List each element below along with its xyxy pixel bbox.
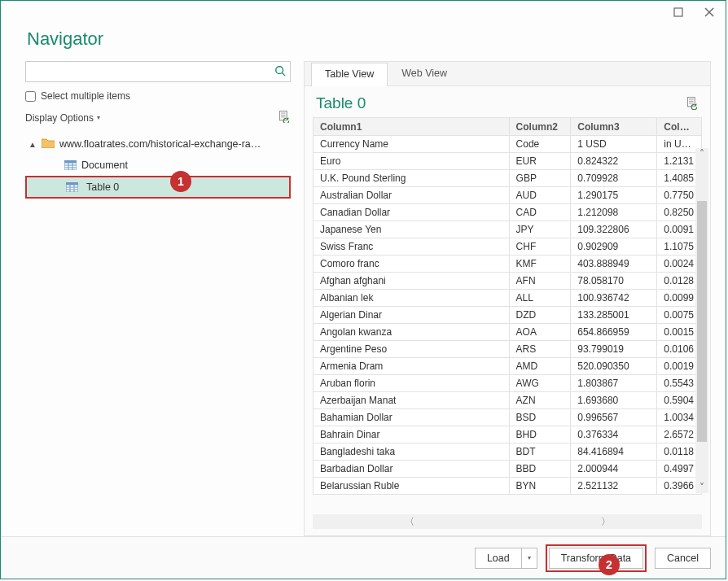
scroll-right-icon[interactable]: 〉 — [509, 516, 702, 527]
tree-item-table0[interactable]: Table 0 — [25, 176, 291, 199]
table-row[interactable]: Canadian DollarCAD1.2120980.8250 — [314, 204, 702, 221]
table-row[interactable]: Australian DollarAUD1.2901750.7750 — [314, 187, 702, 204]
transform-data-button[interactable]: Transform Data — [549, 548, 643, 569]
table-row[interactable]: Bahamian DollarBSD0.9965671.0034 — [314, 409, 702, 426]
table-cell: 1.212098 — [571, 204, 657, 221]
table-cell: 93.799019 — [571, 341, 657, 358]
table-row[interactable]: Angolan kwanzaAOA654.8669590.0015 — [314, 324, 702, 341]
column-header[interactable]: Column2 — [509, 118, 571, 136]
table-cell: Bahamian Dollar — [314, 409, 510, 426]
maximize-button[interactable] — [669, 4, 688, 20]
table-row[interactable]: EuroEUR0.8243221.2131 — [314, 153, 702, 170]
table-row[interactable]: Comoro francKMF403.8889490.0024 — [314, 256, 702, 273]
table-cell: Azerbaijan Manat — [314, 392, 510, 409]
tab-web-view[interactable]: Web View — [388, 62, 461, 85]
cancel-button[interactable]: Cancel — [655, 548, 711, 569]
table-row[interactable]: Barbadian DollarBBD2.0009440.4997 — [314, 461, 702, 478]
scroll-down-icon[interactable]: ˅ — [695, 482, 708, 493]
scroll-thumb[interactable] — [697, 201, 707, 443]
tree-source-node[interactable]: ▲ www.floatrates.com/historical-exchange… — [25, 133, 291, 155]
search-box[interactable] — [25, 61, 291, 82]
scroll-up-icon[interactable]: ˄ — [695, 148, 708, 159]
select-multiple-label: Select multiple items — [41, 90, 130, 102]
table-cell: GBP — [509, 170, 571, 187]
table-cell: Swiss Franc — [314, 238, 510, 256]
table-row[interactable]: Argentine PesoARS93.7990190.0106 — [314, 341, 702, 358]
chevron-down-icon: ▾ — [528, 554, 531, 561]
table-row[interactable]: Albanian lekALL100.9367420.0099 — [314, 290, 702, 307]
vertical-scrollbar[interactable]: ˄ ˅ — [695, 148, 708, 493]
table-cell: DZD — [509, 307, 571, 324]
table-cell: 1.803867 — [571, 375, 657, 392]
title-bar — [1, 1, 726, 24]
svg-line-4 — [283, 72, 286, 76]
load-split-button[interactable]: Load ▾ — [475, 548, 537, 569]
load-dropdown-button[interactable]: ▾ — [521, 548, 537, 569]
close-button[interactable] — [699, 4, 719, 20]
table-cell: 403.888949 — [571, 256, 657, 273]
table-cell: AUD — [509, 187, 571, 204]
table-cell: AZN — [509, 392, 571, 409]
search-input[interactable] — [26, 63, 270, 81]
table-row[interactable]: Bangladeshi takaBDT84.4168940.0118 — [314, 443, 702, 461]
table-row[interactable]: Currency NameCode1 USDin USD — [314, 136, 702, 153]
table-cell: Canadian Dollar — [314, 204, 510, 221]
collapse-icon[interactable]: ▲ — [29, 140, 37, 149]
table-cell: 78.058170 — [571, 273, 657, 290]
horizontal-scrollbar[interactable]: 〈 〉 — [313, 514, 702, 529]
table-cell: Currency Name — [314, 136, 510, 153]
display-options-label: Display Options — [25, 112, 94, 124]
select-multiple-input[interactable] — [25, 91, 36, 102]
column-header[interactable]: Column1 — [314, 118, 510, 136]
table-cell: EUR — [509, 153, 571, 170]
table-row[interactable]: Japanese YenJPY109.3228060.0091 — [314, 221, 702, 238]
tree-item-label: Document — [81, 159, 128, 171]
table-cell: Belarussian Ruble — [314, 478, 510, 495]
navigator-dialog: Navigator Select multiple items Display … — [0, 0, 726, 579]
refresh-icon[interactable] — [278, 110, 291, 125]
table-row[interactable]: Armenia DramAMD520.0903500.0019 — [314, 358, 702, 375]
preview-title: Table 0 — [316, 94, 366, 112]
display-options-dropdown[interactable]: Display Options ▾ — [25, 112, 100, 124]
svg-rect-24 — [687, 97, 695, 106]
load-button[interactable]: Load — [475, 548, 521, 569]
table-cell: Code — [509, 136, 571, 153]
select-multiple-checkbox[interactable]: Select multiple items — [25, 90, 291, 102]
scroll-left-icon[interactable]: 〈 — [313, 516, 506, 527]
table-cell: AWG — [509, 375, 571, 392]
table-row[interactable]: Aruban florinAWG1.8038670.5543 — [314, 375, 702, 392]
table-cell: BHD — [509, 426, 571, 443]
table-cell: 84.416894 — [571, 443, 657, 461]
tab-table-view[interactable]: Table View — [311, 63, 388, 86]
folder-icon — [42, 138, 55, 151]
table-cell: 0.902909 — [571, 238, 657, 256]
table-cell: 109.322806 — [571, 221, 657, 238]
table-row[interactable]: Azerbaijan ManatAZN1.6936800.5904 — [314, 392, 702, 409]
table-cell: 2.000944 — [571, 461, 657, 478]
table-row[interactable]: Afghan afghaniAFN78.0581700.0128 — [314, 273, 702, 290]
table-row[interactable]: Bahrain DinarBHD0.3763342.6572 — [314, 426, 702, 443]
table-row[interactable]: Algerian DinarDZD133.2850010.0075 — [314, 307, 702, 324]
table-cell: Argentine Peso — [314, 341, 510, 358]
column-header[interactable]: Column4 — [657, 118, 702, 136]
search-icon[interactable] — [270, 65, 290, 79]
tree-item-document[interactable]: Document — [25, 155, 291, 176]
table-cell: 1 USD — [571, 136, 657, 153]
table-cell: BSD — [509, 409, 571, 426]
dialog-footer: Load ▾ Transform Data Cancel 2 — [1, 536, 726, 579]
source-tree: ▲ www.floatrates.com/historical-exchange… — [25, 133, 291, 199]
table-cell: CHF — [509, 238, 571, 256]
table-cell: ALL — [509, 290, 571, 307]
table-row[interactable]: Belarussian RubleBYN2.5211320.3966 — [314, 478, 702, 495]
table-row[interactable]: U.K. Pound SterlingGBP0.7099281.4085 — [314, 170, 702, 187]
table-row[interactable]: Swiss FrancCHF0.9029091.1075 — [314, 238, 702, 256]
table-cell: JPY — [509, 221, 571, 238]
data-grid: Column1 Column2 Column3 Column4 Currency… — [313, 117, 702, 495]
table-cell: U.K. Pound Sterling — [314, 170, 510, 187]
column-header[interactable]: Column3 — [571, 118, 657, 136]
table-cell: Bangladeshi taka — [314, 443, 510, 461]
view-tabs: Table View Web View — [305, 62, 710, 86]
svg-point-3 — [276, 66, 283, 73]
refresh-preview-icon[interactable] — [686, 95, 699, 112]
table-cell: 0.709928 — [571, 170, 657, 187]
